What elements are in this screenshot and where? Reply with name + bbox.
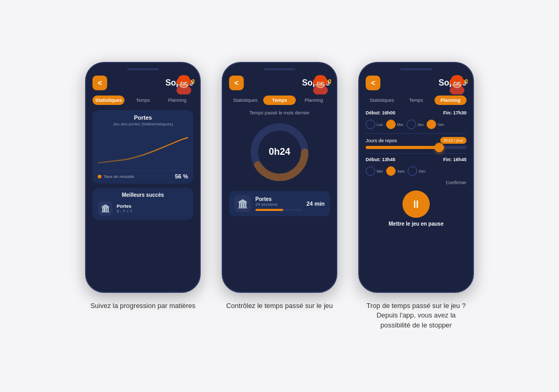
phone3: < Sophie [358, 62, 474, 293]
time-header: Temps passé le mois dernier [229, 110, 330, 115]
ven-bubble [427, 120, 436, 129]
day-row-1: Lun Mar Jeu Ven [366, 120, 467, 129]
svg-point-3 [177, 79, 181, 85]
day-sam[interactable]: Sam [386, 166, 405, 176]
chest-icon: 🏛️ [98, 201, 112, 216]
success-label: Taux de réussite [98, 174, 134, 179]
fin1: Fin: 17h30 [443, 110, 467, 115]
phone1: < Sophie [85, 62, 201, 293]
svg-point-29 [459, 83, 460, 84]
mar-bubble [386, 120, 396, 129]
main-container: < Sophie [85, 62, 474, 330]
svg-point-8 [185, 83, 187, 84]
pause-label: Mettre le jeu en pause [366, 221, 467, 227]
debut1: Début: 16h00 [366, 110, 396, 115]
phone3-header: < Sophie [366, 76, 467, 90]
slider-container[interactable] [366, 146, 467, 149]
stat-card-1: Portes Jeu des portes (Mathématiques) [92, 110, 193, 184]
caption-1: Suivez la progression par matières [90, 301, 195, 311]
tab-planning-2[interactable]: Planning [298, 96, 330, 105]
day-lun[interactable]: Lun [366, 120, 383, 129]
svg-point-12 [313, 79, 317, 85]
svg-point-28 [454, 83, 456, 84]
planning-section-2: Début: 13h45 Fin: 16h45 Mer Sam Dim [366, 157, 467, 176]
tab-planning-1[interactable]: Planning [161, 96, 193, 105]
progress-fill [255, 209, 283, 211]
svg-point-17 [322, 83, 323, 84]
tab-statistiques-2[interactable]: Statistiques [229, 96, 261, 105]
game-sessions: 24 sessions [255, 202, 302, 207]
svg-point-7 [181, 83, 182, 84]
svg-point-13 [324, 79, 328, 85]
dim-label: Dim [419, 169, 425, 173]
best-info: Portes 9 - 7 = ? [117, 204, 132, 214]
sam-label: Sam [397, 169, 405, 173]
phone1-header: < Sophie [92, 76, 193, 90]
day-row-2: Mer Sam Dim [366, 166, 467, 176]
debut2: Début: 13h45 [366, 157, 396, 162]
donut-container: 0h24 [229, 121, 330, 184]
mer-bubble [366, 166, 375, 176]
rest-row: Jours de repos 2h15 / jour [366, 137, 467, 144]
back-button-1[interactable]: < [92, 76, 107, 90]
day-dim[interactable]: Dim [408, 166, 425, 176]
jeu-bubble [407, 120, 416, 129]
day-mar[interactable]: Mar [386, 120, 403, 129]
back-button-2[interactable]: < [229, 76, 244, 90]
confirm-link[interactable]: Confirmer [366, 180, 467, 185]
donut-chart: 0h24 [248, 121, 311, 184]
slider-thumb[interactable] [434, 143, 444, 152]
game-icon: 🏛️ [234, 195, 251, 212]
svg-text:0h24: 0h24 [268, 146, 290, 157]
day-ven[interactable]: Ven [427, 120, 444, 129]
tab-temps-3[interactable]: Temps [400, 96, 432, 105]
mar-label: Mar [397, 123, 403, 126]
progress-bar [255, 209, 302, 211]
lun-label: Lun [377, 123, 383, 126]
avatar-2 [309, 71, 332, 94]
tab-planning-3[interactable]: Planning [434, 96, 467, 105]
fin2: Fin: 16h45 [443, 157, 467, 162]
day-jeu[interactable]: Jeu [407, 120, 423, 129]
jeu-label: Jeu [418, 123, 423, 126]
stat-card-sub: Jeu des portes (Mathématiques) [98, 122, 188, 126]
rest-value: 2h15 / jour [440, 137, 467, 144]
svg-point-25 [460, 79, 464, 85]
tabs-2: Statistiques Temps Planning [229, 96, 330, 105]
game-info: Portes 24 sessions [255, 196, 302, 211]
dim-bubble [408, 166, 417, 176]
svg-point-24 [450, 79, 454, 85]
tab-temps-2[interactable]: Temps [263, 96, 295, 105]
slider-track [366, 146, 467, 149]
best-name: Portes [117, 204, 132, 209]
success-row: Taux de réussite 56 % [98, 171, 188, 179]
tab-statistiques-3[interactable]: Statistiques [366, 96, 398, 105]
phone2: < Sophie [222, 62, 337, 293]
avatar-1 [172, 71, 195, 94]
rest-label: Jours de repos [366, 138, 397, 143]
tab-statistiques-1[interactable]: Statistiques [92, 96, 125, 105]
phone2-header: < Sophie [229, 76, 330, 90]
best-detail: 9 - 7 = ? [117, 209, 132, 214]
phone3-col: < Sophie [358, 62, 474, 330]
stat-card-title: Portes [98, 114, 188, 121]
tabs-3: Statistiques Temps Planning [366, 96, 467, 105]
pause-icon: ⏸ [411, 198, 421, 210]
game-name: Portes [255, 196, 302, 202]
chart-area [98, 131, 188, 167]
success-value: 56 % [175, 173, 188, 179]
day-mer[interactable]: Mer [366, 166, 383, 176]
svg-point-4 [187, 79, 191, 85]
tab-temps-1[interactable]: Temps [127, 96, 159, 105]
success-dot [98, 175, 101, 178]
phone1-col: < Sophie [85, 62, 201, 311]
lun-bubble [366, 120, 375, 129]
divider-1 [366, 133, 467, 134]
pause-button[interactable]: ⏸ [402, 190, 430, 218]
best-card-title: Meilleurs succès [98, 192, 188, 198]
back-button-3[interactable]: < [366, 76, 380, 90]
svg-point-16 [318, 83, 319, 84]
game-time: 24 min [306, 200, 325, 207]
phone2-col: < Sophie [222, 62, 337, 311]
sam-bubble [386, 166, 396, 176]
